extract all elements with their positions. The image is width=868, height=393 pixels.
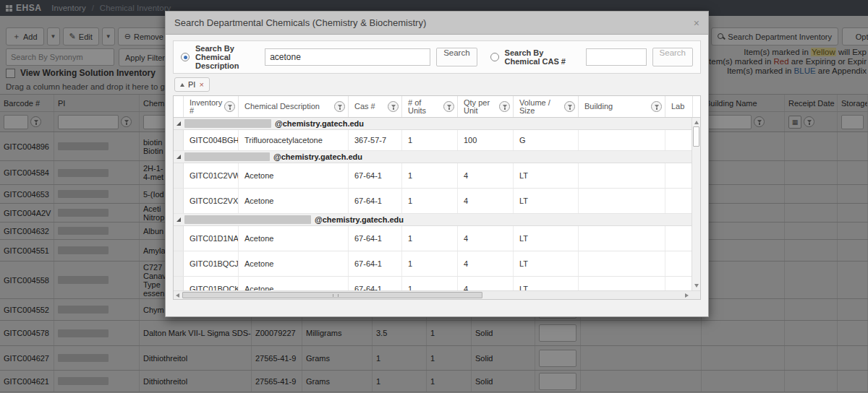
filter-funnel-icon[interactable] bbox=[443, 101, 454, 112]
result-cell: GITC01BQCJ bbox=[184, 251, 239, 276]
scroll-left-icon[interactable] bbox=[176, 293, 179, 298]
chemical-inventory-page: EHSA Inventory / Chemical Inventory ＋Add… bbox=[0, 0, 868, 393]
result-cell: 4 bbox=[458, 226, 514, 251]
result-cell: Acetone bbox=[239, 163, 349, 188]
results-rows: @chemistry.gatech.eduGITC004BGHTrifluoro… bbox=[174, 118, 692, 290]
modal-title: Search Departmental Chemicals (Chemistry… bbox=[174, 17, 694, 28]
group-indent-cell bbox=[174, 226, 184, 251]
result-cell bbox=[579, 130, 665, 150]
results-column-header[interactable]: Building bbox=[579, 96, 665, 117]
filter-funnel-icon[interactable] bbox=[224, 101, 235, 112]
collapse-group-icon[interactable] bbox=[176, 217, 181, 222]
result-cell bbox=[665, 163, 692, 188]
results-column-header-label: Lab bbox=[671, 103, 684, 111]
grouping-bar: PI × bbox=[173, 74, 701, 95]
result-cell: 4 bbox=[458, 251, 514, 276]
modal-header: Search Departmental Chemicals (Chemistry… bbox=[166, 12, 708, 35]
result-cell: 4 bbox=[458, 189, 514, 213]
horizontal-scrollbar[interactable] bbox=[174, 290, 700, 299]
result-cell: GITC004BGH bbox=[184, 130, 239, 150]
table-row[interactable]: GITC01C2VXAcetone67-64-114LT bbox=[174, 189, 692, 214]
table-row[interactable]: GITC01BQCKAcetone67-64-114LT bbox=[174, 277, 692, 290]
result-cell: G bbox=[514, 130, 579, 150]
chemical-cas-input[interactable] bbox=[586, 48, 647, 66]
results-column-header[interactable]: Chemical Description bbox=[239, 96, 349, 117]
scroll-right-icon[interactable] bbox=[685, 293, 689, 298]
group-header-row[interactable]: @chemistry.gatech.edu bbox=[174, 118, 692, 130]
result-cell bbox=[579, 251, 665, 276]
result-cell: GITC01BQCK bbox=[184, 277, 239, 290]
modal-body: Search By Chemical Description Search Se… bbox=[166, 35, 708, 316]
result-cell: Acetone bbox=[239, 277, 349, 290]
group-indent-cell bbox=[174, 189, 184, 213]
group-chip-label: PI bbox=[188, 80, 195, 89]
group-redacted-email bbox=[184, 119, 271, 128]
vertical-scrollbar[interactable] bbox=[692, 118, 700, 290]
results-column-header[interactable]: Cas # bbox=[349, 96, 402, 117]
result-cell bbox=[665, 226, 692, 251]
table-row[interactable]: GITC01BQCJAcetone67-64-114LT bbox=[174, 251, 692, 277]
filter-funnel-icon[interactable] bbox=[564, 101, 575, 112]
vertical-scroll-thumb[interactable] bbox=[693, 126, 699, 147]
results-column-header-label: Qty per Unit bbox=[464, 99, 497, 115]
collapse-group-icon[interactable] bbox=[176, 121, 181, 126]
table-row[interactable]: GITC01D1NAAcetone67-64-114LT bbox=[174, 226, 692, 251]
sort-ascending-icon bbox=[180, 83, 184, 87]
group-indent-cell bbox=[174, 277, 184, 290]
results-column-header[interactable]: Qty per Unit bbox=[458, 96, 514, 117]
search-by-description-radio[interactable] bbox=[181, 53, 190, 61]
filter-funnel-icon[interactable] bbox=[651, 101, 662, 112]
result-cell bbox=[579, 189, 665, 213]
scroll-down-icon[interactable] bbox=[694, 284, 699, 288]
result-cell: 4 bbox=[458, 277, 514, 290]
filter-funnel-icon[interactable] bbox=[499, 101, 510, 112]
result-cell bbox=[665, 251, 692, 276]
search-departmental-chemicals-modal: Search Departmental Chemicals (Chemistry… bbox=[165, 11, 709, 317]
result-cell: LT bbox=[514, 163, 579, 188]
result-cell: 67-64-1 bbox=[349, 189, 402, 213]
group-indent-cell bbox=[174, 163, 184, 188]
group-indent-cell bbox=[174, 130, 184, 150]
filter-funnel-icon[interactable] bbox=[388, 101, 399, 112]
result-cell bbox=[579, 277, 665, 290]
group-header-row[interactable]: @chemistry.gatech.edu bbox=[174, 214, 692, 226]
result-cell bbox=[665, 130, 692, 150]
result-cell: 67-64-1 bbox=[349, 163, 402, 188]
result-cell bbox=[665, 189, 692, 213]
table-row[interactable]: GITC004BGHTrifluoroacetylacetone367-57-7… bbox=[174, 130, 692, 151]
result-cell: 1 bbox=[402, 226, 458, 251]
group-domain-label: @chemistry.gatech.edu bbox=[273, 152, 362, 161]
search-by-cas-radio[interactable] bbox=[490, 53, 499, 61]
result-cell: 1 bbox=[402, 251, 458, 276]
horizontal-scroll-thumb[interactable] bbox=[182, 292, 482, 298]
description-search-button[interactable]: Search bbox=[436, 48, 477, 66]
result-cell: Trifluoroacetylacetone bbox=[239, 130, 349, 150]
results-column-header-label: # of Units bbox=[408, 99, 441, 115]
group-redacted-email bbox=[184, 152, 270, 161]
close-icon[interactable]: × bbox=[694, 18, 699, 28]
chemical-description-input[interactable] bbox=[265, 48, 430, 66]
result-cell: LT bbox=[514, 226, 579, 251]
result-cell: Acetone bbox=[239, 226, 349, 251]
results-column-header-label: Volume / Size bbox=[519, 99, 562, 115]
chemical-search-panel: Search By Chemical Description Search Se… bbox=[173, 40, 701, 74]
result-cell: 1 bbox=[402, 277, 458, 290]
results-column-header[interactable]: Inventory # bbox=[184, 96, 239, 117]
filter-funnel-icon[interactable] bbox=[334, 101, 345, 112]
result-cell: 1 bbox=[402, 163, 458, 188]
remove-group-icon[interactable]: × bbox=[199, 80, 203, 89]
group-header-row[interactable]: @chemistry.gatech.edu bbox=[174, 151, 692, 163]
results-column-header[interactable]: Volume / Size bbox=[514, 96, 579, 117]
result-cell: 67-64-1 bbox=[349, 251, 402, 276]
scroll-up-icon[interactable] bbox=[694, 121, 699, 124]
results-column-header[interactable]: # of Units bbox=[402, 96, 458, 117]
group-by-pi-chip[interactable]: PI × bbox=[174, 77, 210, 92]
table-row[interactable]: GITC01C2VWAcetone67-64-114LT bbox=[174, 163, 692, 189]
group-domain-label: @chemistry.gatech.edu bbox=[315, 215, 404, 224]
group-indent-cell bbox=[174, 251, 184, 276]
collapse-group-icon[interactable] bbox=[176, 155, 181, 159]
results-column-header[interactable]: Lab bbox=[665, 96, 693, 117]
cas-search-button[interactable]: Search bbox=[652, 48, 693, 66]
group-redacted-email bbox=[184, 215, 311, 224]
result-cell: 100 bbox=[458, 130, 514, 150]
